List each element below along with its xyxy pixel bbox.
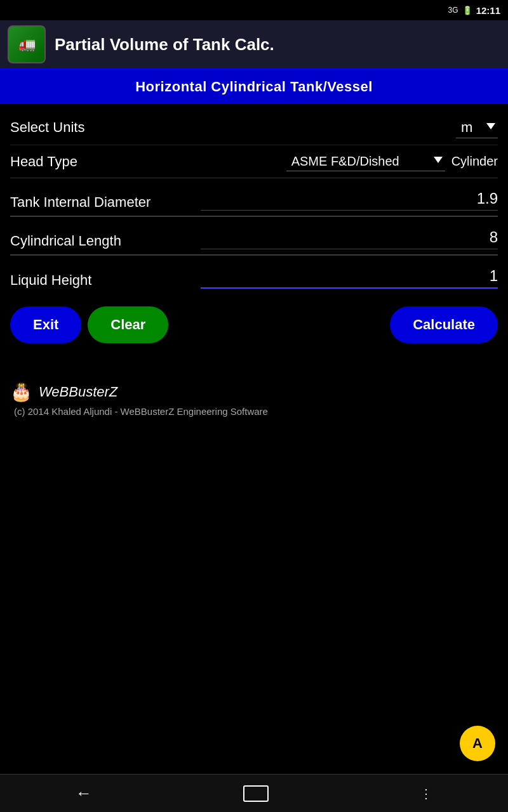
units-value-area: m ft cm in	[201, 117, 498, 138]
cylindrical-length-field-wrap	[201, 226, 498, 249]
footer-brand: 🎂 WeBBusterZ	[10, 381, 498, 402]
cylindrical-length-input[interactable]	[201, 226, 498, 249]
signal-icon: 3G	[448, 6, 458, 15]
buttons-row: Exit Clear Calculate	[10, 294, 498, 356]
tank-diameter-row: Tank Internal Diameter	[10, 178, 498, 216]
footer-brand-name: WeBBusterZ	[39, 384, 117, 400]
head-type-dropdown[interactable]: ASME F&D/Dished Ellipsoidal 2:1 Hemisphe…	[286, 152, 445, 171]
app-title: Partial Volume of Tank Calc.	[55, 35, 274, 55]
liquid-height-input[interactable]	[201, 265, 498, 287]
head-type-label: Head Type	[10, 154, 201, 170]
app-icon: 🚛	[8, 25, 46, 63]
select-units-label: Select Units	[10, 119, 201, 136]
bottom-nav: ← ⋮	[0, 774, 508, 812]
footer: 🎂 WeBBusterZ (c) 2014 Khaled Aljundi - W…	[0, 362, 508, 423]
footer-copyright: (c) 2014 Khaled Aljundi - WeBBusterZ Eng…	[10, 406, 498, 417]
home-button[interactable]	[243, 785, 269, 802]
app-icon-graphic: 🚛	[18, 36, 36, 53]
tank-banner: Horizontal Cylindrical Tank/Vessel	[0, 70, 508, 104]
clear-button[interactable]: Clear	[88, 306, 168, 343]
cylindrical-length-label: Cylindrical Length	[10, 233, 201, 249]
head-type-row: Head Type ASME F&D/Dished Ellipsoidal 2:…	[10, 145, 498, 178]
units-dropdown[interactable]: m ft cm in	[456, 117, 498, 138]
select-units-row: Select Units m ft cm in	[10, 110, 498, 145]
cylinder-label: Cylinder	[451, 154, 498, 169]
cylindrical-length-row: Cylindrical Length	[10, 217, 498, 255]
fab-label: A	[472, 735, 483, 752]
liquid-height-field-wrap	[201, 265, 498, 289]
main-content: Select Units m ft cm in Head Type ASME F…	[0, 104, 508, 362]
tank-diameter-label: Tank Internal Diameter	[10, 194, 201, 211]
calculate-button[interactable]: Calculate	[390, 306, 498, 343]
time-display: 12:11	[476, 5, 500, 16]
app-header: 🚛 Partial Volume of Tank Calc.	[0, 20, 508, 70]
battery-icon: 🔋	[462, 6, 472, 15]
back-button[interactable]: ←	[76, 783, 92, 803]
status-bar: 3G 🔋 12:11	[0, 0, 508, 20]
tank-banner-label: Horizontal Cylindrical Tank/Vessel	[135, 79, 373, 95]
head-type-dropdown-wrap: ASME F&D/Dished Ellipsoidal 2:1 Hemisphe…	[201, 152, 498, 171]
liquid-height-label: Liquid Height	[10, 272, 201, 289]
recent-button[interactable]: ⋮	[420, 786, 432, 801]
liquid-height-row: Liquid Height	[10, 256, 498, 294]
fab-button[interactable]: A	[460, 726, 495, 761]
tank-diameter-field-wrap	[201, 187, 498, 211]
footer-icon: 🎂	[10, 381, 32, 402]
tank-diameter-input[interactable]	[201, 187, 498, 210]
exit-button[interactable]: Exit	[10, 306, 81, 343]
